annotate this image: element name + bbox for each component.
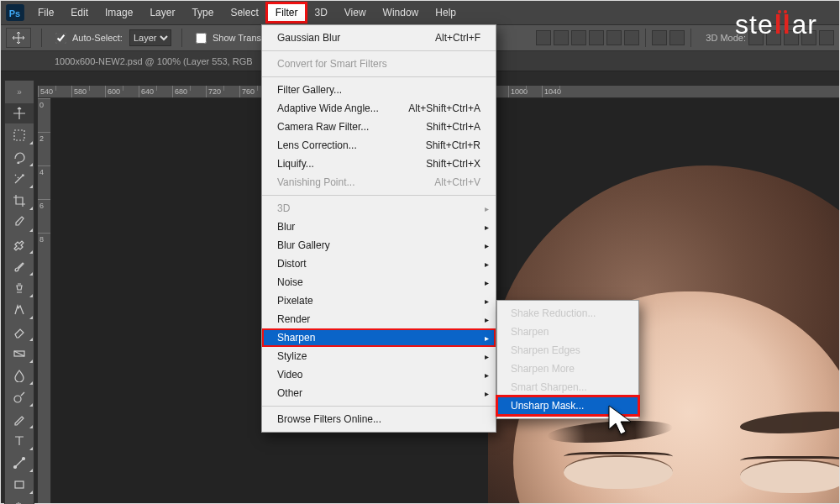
tool-panel: » bbox=[4, 80, 34, 504]
menu-edit[interactable]: Edit bbox=[62, 3, 97, 22]
align-right-icon[interactable] bbox=[571, 30, 586, 45]
menu-select[interactable]: Select bbox=[222, 3, 266, 22]
submenu-item-sharpen[interactable]: Sharpen bbox=[497, 323, 638, 341]
show-transform-checkbox[interactable]: Show Transf bbox=[192, 30, 264, 46]
menu-file[interactable]: File bbox=[29, 3, 62, 22]
menu-filter[interactable]: Filter bbox=[267, 3, 307, 22]
watermark-text: ste bbox=[735, 9, 774, 40]
show-transform-input[interactable] bbox=[196, 33, 207, 44]
pen-tool[interactable] bbox=[5, 409, 34, 429]
sharpen-submenu: Shake Reduction...SharpenSharpen EdgesSh… bbox=[496, 300, 639, 419]
distribute-h-icon[interactable] bbox=[652, 30, 667, 45]
eraser-tool[interactable] bbox=[5, 322, 34, 342]
menu-item-render[interactable]: Render▸ bbox=[262, 310, 496, 328]
menu-help[interactable]: Help bbox=[427, 3, 465, 22]
menu-view[interactable]: View bbox=[336, 3, 375, 22]
lasso-tool[interactable] bbox=[5, 147, 34, 167]
align-bottom-icon[interactable] bbox=[624, 30, 639, 45]
separator bbox=[645, 29, 646, 47]
menu-3d[interactable]: 3D bbox=[306, 3, 335, 22]
menu-layer[interactable]: Layer bbox=[141, 3, 183, 22]
watermark-accent: ll bbox=[774, 10, 791, 40]
auto-select-label: Auto-Select: bbox=[72, 33, 123, 43]
menu-item-sharpen[interactable]: Sharpen▸ bbox=[262, 328, 496, 347]
menu-item-video[interactable]: Video▸ bbox=[262, 365, 496, 384]
move-tool[interactable] bbox=[5, 103, 34, 123]
hand-tool[interactable] bbox=[5, 496, 34, 504]
menu-item-browse-filters-online-[interactable]: Browse Filters Online... bbox=[262, 410, 496, 428]
3d-zoom-icon[interactable] bbox=[819, 30, 834, 45]
gradient-tool[interactable] bbox=[5, 344, 34, 364]
submenu-item-shake-reduction-[interactable]: Shake Reduction... bbox=[497, 304, 638, 323]
rectangle-tool[interactable] bbox=[5, 475, 34, 495]
eyedropper-tool[interactable] bbox=[5, 213, 34, 233]
menu-item-vanishing-point-: Vanishing Point...Alt+Ctrl+V bbox=[262, 173, 496, 192]
separator bbox=[181, 29, 182, 47]
distribute-v-icon[interactable] bbox=[669, 30, 685, 45]
menu-item-blur-gallery[interactable]: Blur Gallery▸ bbox=[262, 236, 496, 255]
stellar-watermark: ste ll ar bbox=[735, 9, 817, 40]
type-tool[interactable] bbox=[5, 431, 34, 451]
svg-rect-2 bbox=[14, 130, 24, 140]
menu-item-noise[interactable]: Noise▸ bbox=[262, 273, 496, 291]
document-tab-label: 840x504-NEW2.psd @ 100% (Layer 553, RGB bbox=[55, 56, 253, 66]
menu-window[interactable]: Window bbox=[375, 3, 428, 22]
menu-item-other[interactable]: Other▸ bbox=[262, 384, 496, 402]
menu-item-blur[interactable]: Blur▸ bbox=[262, 218, 496, 236]
history-tool[interactable] bbox=[5, 300, 34, 320]
collapse-panel-icon[interactable]: » bbox=[5, 87, 34, 97]
align-center-v-icon[interactable] bbox=[606, 30, 622, 45]
document-tab[interactable]: 840x504-NEW2.psd @ 100% (Layer 553, RGB bbox=[46, 54, 261, 69]
heal-tool[interactable] bbox=[5, 234, 34, 255]
menu-item-camera-raw-filter-[interactable]: Camera Raw Filter...Shift+Ctrl+A bbox=[262, 118, 496, 136]
menu-item-distort[interactable]: Distort▸ bbox=[262, 255, 496, 273]
blur-tool[interactable] bbox=[5, 365, 34, 386]
filter-menu-dropdown: Gaussian BlurAlt+Ctrl+FConvert for Smart… bbox=[261, 24, 496, 433]
cursor-pointer-icon bbox=[607, 404, 638, 440]
menu-item-stylize[interactable]: Stylize▸ bbox=[262, 347, 496, 365]
svg-rect-7 bbox=[15, 481, 24, 488]
menu-item-filter-gallery-[interactable]: Filter Gallery... bbox=[262, 81, 496, 99]
menu-item-convert-for-smart-filters: Convert for Smart Filters bbox=[262, 55, 496, 73]
menu-type[interactable]: Type bbox=[183, 3, 222, 22]
menu-item-adaptive-wide-angle-[interactable]: Adaptive Wide Angle...Alt+Shift+Ctrl+A bbox=[262, 99, 496, 118]
menubar: Ps FileEditImageLayerTypeSelectFilter3DV… bbox=[1, 1, 839, 24]
align-top-icon[interactable] bbox=[589, 30, 604, 45]
menu-item-gaussian-blur[interactable]: Gaussian BlurAlt+Ctrl+F bbox=[262, 29, 496, 47]
align-left-icon[interactable] bbox=[536, 30, 551, 45]
move-tool-icon[interactable] bbox=[6, 28, 31, 48]
crop-tool[interactable] bbox=[5, 191, 34, 211]
menu-item-pixelate[interactable]: Pixelate▸ bbox=[262, 291, 496, 310]
image-detail bbox=[564, 455, 673, 489]
show-transform-label: Show Transf bbox=[213, 33, 264, 43]
photoshop-logo-icon: Ps bbox=[4, 3, 26, 22]
path-tool[interactable] bbox=[5, 453, 34, 473]
dodge-tool[interactable] bbox=[5, 387, 34, 407]
menu-item-lens-correction-[interactable]: Lens Correction...Shift+Ctrl+R bbox=[262, 136, 496, 155]
auto-select-checkbox[interactable]: Auto-Select: bbox=[52, 30, 123, 46]
menu-item-3d: 3D▸ bbox=[262, 199, 496, 218]
stamp-tool[interactable] bbox=[5, 278, 34, 298]
svg-point-4 bbox=[14, 396, 21, 402]
wand-tool[interactable] bbox=[5, 169, 34, 189]
svg-point-6 bbox=[23, 458, 25, 460]
submenu-item-smart-sharpen-[interactable]: Smart Sharpen... bbox=[497, 378, 638, 396]
separator bbox=[41, 29, 42, 47]
watermark-text: ar bbox=[792, 9, 817, 40]
menu-image[interactable]: Image bbox=[97, 3, 141, 22]
image-detail bbox=[740, 459, 839, 493]
auto-select-input[interactable] bbox=[55, 33, 66, 44]
separator bbox=[690, 29, 691, 47]
svg-point-5 bbox=[14, 466, 17, 469]
submenu-item-sharpen-edges[interactable]: Sharpen Edges bbox=[497, 341, 638, 360]
menu-item-liquify-[interactable]: Liquify...Shift+Ctrl+X bbox=[262, 155, 496, 173]
submenu-item-sharpen-more[interactable]: Sharpen More bbox=[497, 360, 638, 378]
svg-text:Ps: Ps bbox=[9, 8, 20, 18]
auto-select-target-select[interactable]: Layer bbox=[129, 29, 171, 46]
brush-tool[interactable] bbox=[5, 256, 34, 276]
vertical-ruler: 02468 bbox=[38, 98, 51, 503]
marquee-tool[interactable] bbox=[5, 125, 34, 145]
align-center-h-icon[interactable] bbox=[554, 30, 569, 45]
